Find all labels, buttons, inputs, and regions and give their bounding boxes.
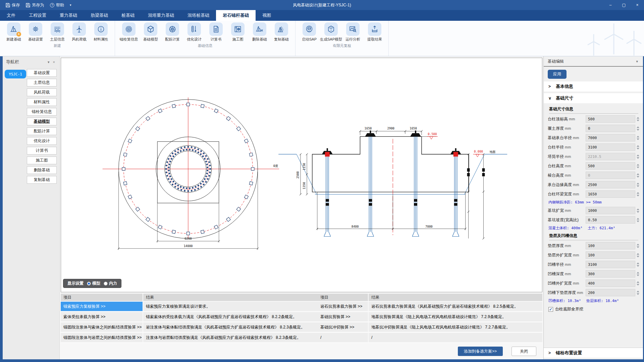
groove-cushion-thickness-input[interactable]: 200 [586, 289, 635, 296]
menu-bar: 文件 工程设置 重力基础 肋梁基础 桩基础 混塔重力基础 混塔桩基础 岩石锚杆基… [0, 10, 644, 21]
groove-depth-input[interactable]: 300 [586, 270, 635, 278]
check-item-link[interactable]: 索体受拉承载力验算 >> [61, 312, 143, 322]
slab-edge-height-input[interactable]: 2500 [586, 181, 635, 188]
spinner[interactable] [635, 143, 640, 151]
sidebar-item-construction-drawing[interactable]: 施工图 [27, 157, 57, 164]
section-anchor-layout[interactable]: > 锚栓布置设置 [544, 348, 643, 358]
tab-pile-foundation[interactable]: 桩基础 [115, 10, 141, 21]
spinner[interactable] [635, 216, 640, 224]
spinner[interactable] [635, 134, 640, 141]
rebar-calc-button[interactable]: 配筋计算 [162, 22, 183, 42]
tab-project-settings[interactable]: 工程设置 [22, 10, 53, 21]
quickbar-caret-icon[interactable]: ▾ [68, 3, 73, 7]
extract-results-button[interactable]: 提取结果 [364, 22, 385, 42]
section-basic-info[interactable]: > 基本信息 [544, 81, 643, 92]
ring-beam-width-input[interactable]: 1650 [586, 190, 635, 198]
sidebar-item-soil-layers[interactable]: 土层信息 [27, 79, 57, 86]
tab-gravity-foundation[interactable]: 重力基础 [53, 10, 84, 21]
optimize-design-button[interactable]: 优化设计 [184, 22, 205, 42]
tab-file[interactable]: 文件 [0, 10, 22, 21]
section-foundation-dims[interactable]: ∨ 基础尺寸 [544, 93, 643, 103]
minimize-button[interactable]: – [604, 0, 617, 10]
field-unit: mm [573, 192, 579, 196]
spinner[interactable] [635, 190, 640, 198]
tab-hybrid-pile-foundation[interactable]: 混塔桩基础 [181, 10, 216, 21]
launch-sap-button[interactable]: SAP 启动SAP [299, 22, 320, 42]
sidebar-item-foundation-model[interactable]: 基础模型 [27, 118, 57, 125]
spinner[interactable] [635, 261, 640, 268]
check-item-link[interactable]: 基础抗剪验算 >> [318, 312, 369, 322]
check-item-link[interactable]: 锚索预应力复核验算 >> [61, 302, 143, 312]
checkbox-checked-icon[interactable]: ✓ [548, 307, 553, 312]
spinner[interactable] [635, 207, 640, 214]
sidebar-collapse-icon[interactable]: ▾ [46, 60, 51, 64]
pedestal-top-elevation-input[interactable]: 500 [586, 115, 635, 123]
display-mode-force-radio[interactable]: 内力 [104, 281, 117, 286]
pit-widening-input[interactable]: 1000 [586, 207, 635, 214]
check-item-link[interactable]: 岩石抗剪承载力验算 >> [318, 302, 369, 312]
cushion-extension-input[interactable]: 100 [586, 251, 635, 259]
generate-sap-model-button[interactable]: SAPC 生成SAP模型 [321, 22, 341, 42]
spinner[interactable] [635, 280, 640, 287]
sidebar-item-calc-report[interactable]: 计算书 [27, 147, 57, 155]
tab-view[interactable]: 视图 [256, 10, 278, 21]
check-item-link[interactable]: 基础抗冲切验算 >> [318, 322, 369, 333]
run-analysis-button[interactable]: 运行分析 [342, 22, 363, 42]
save-button[interactable]: 保存 [3, 0, 22, 10]
project-tab[interactable]: YSJC-1 [5, 70, 26, 78]
model-viewport[interactable]: 0度 6200 [61, 58, 542, 292]
calc-report-button[interactable]: 计算书 [206, 22, 226, 42]
soil-layers-button[interactable]: 土层信息 [47, 22, 68, 42]
editor-collapse-icon[interactable]: ▾ [634, 59, 640, 64]
delete-foundation-button[interactable]: 删除基础 [249, 22, 270, 42]
display-mode-model-radio[interactable]: 模型 [87, 281, 100, 286]
sidebar-item-turbine-load[interactable]: 风机荷载 [27, 88, 57, 96]
maximize-button[interactable]: ▢ [617, 0, 631, 10]
save-as-button[interactable]: 另存为 [23, 0, 46, 10]
spinner[interactable] [635, 115, 640, 123]
add-to-plans-button[interactable]: 添加到备选方案>> [458, 347, 503, 356]
pedestal-radius-input[interactable]: 3100 [586, 143, 635, 151]
sidebar-item-optimize-design[interactable]: 优化设计 [27, 137, 57, 145]
groove-extension-input[interactable]: 400 [586, 280, 635, 287]
help-button[interactable]: ? 帮助 [48, 0, 66, 10]
check-item-link[interactable]: / [318, 333, 369, 343]
tab-hybrid-gravity-foundation[interactable]: 混塔重力基础 [141, 10, 181, 21]
check-item-link[interactable]: 锚固段注浆体与岩层之间的黏结强度验算 >> [61, 333, 143, 343]
ribbon-button-label: 生成SAP模型 [320, 37, 342, 42]
material-properties-button[interactable]: 材料属性 [91, 22, 111, 42]
spinner[interactable] [635, 251, 640, 259]
spinner[interactable] [635, 242, 640, 249]
tab-rock-anchor-foundation[interactable]: 岩石锚杆基础 [216, 10, 256, 21]
cushion-thickness-input[interactable]: 100 [586, 242, 635, 249]
foundation-model-button[interactable]: 基础模型 [140, 22, 161, 42]
sidebar-item-copy-foundation[interactable]: 复制基础 [27, 176, 57, 184]
sidebar-item-rebar-calc[interactable]: 配筋计算 [27, 127, 57, 135]
sidebar-item-anchor-cage-info[interactable]: 锚栓笼信息 [27, 108, 57, 116]
slab-radius-input[interactable]: 7000 [586, 134, 635, 141]
sidebar-item-delete-foundation[interactable]: 删除基础 [27, 166, 57, 174]
soil-cover-thickness-input[interactable]: 0 [586, 125, 635, 132]
copy-foundation-button[interactable]: 复制基础 [271, 22, 292, 42]
spinner[interactable] [635, 270, 640, 278]
spinner[interactable] [635, 125, 640, 132]
spinner[interactable] [635, 162, 640, 170]
sidebar-item-material-properties[interactable]: 材料属性 [27, 98, 57, 106]
groove-radius-input[interactable]: 3100 [586, 261, 635, 268]
pedestal-height-input[interactable]: 500 [586, 162, 635, 170]
spinner[interactable] [635, 181, 640, 188]
foundation-settings-button[interactable]: 基础设置 [25, 22, 46, 42]
close-button[interactable]: × [631, 0, 644, 10]
check-item-link[interactable]: 锚固段注浆体与索体之间的黏结强度验算 >> [61, 322, 143, 333]
pit-slope-input[interactable]: 0.50 [586, 216, 635, 224]
apply-button[interactable]: 应用 [548, 70, 567, 79]
new-foundation-button[interactable]: + 新建基础 [3, 22, 24, 42]
tab-rib-beam-foundation[interactable]: 肋梁基础 [84, 10, 115, 21]
construction-drawing-button[interactable]: 施工图 [227, 22, 248, 42]
sidebar-close-icon[interactable]: × [51, 60, 57, 64]
sidebar-item-foundation-settings[interactable]: 基础设置 [27, 69, 57, 77]
turbine-load-button[interactable]: 风机荷载 [69, 22, 90, 42]
spinner[interactable] [635, 289, 640, 296]
anchor-cage-info-button[interactable]: 锚栓笼信息 [118, 22, 139, 42]
close-panel-button[interactable]: 关闭 [512, 347, 536, 356]
